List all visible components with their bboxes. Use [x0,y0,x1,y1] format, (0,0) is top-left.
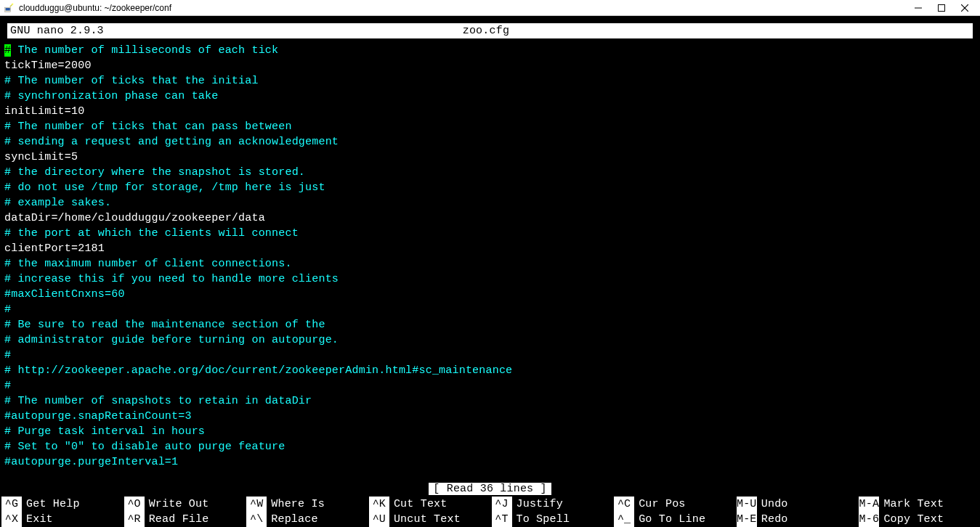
file-line[interactable]: # The number of ticks that can pass betw… [4,119,980,134]
file-line[interactable]: tickTime=2000 [4,58,980,73]
maximize-button[interactable] [936,3,947,13]
status-text: [ Read 36 lines ] [429,483,551,495]
shortcut-key: M-6 [859,512,879,527]
title-text: cloudduggu@ubuntu: ~/zookeeper/conf [19,3,171,13]
file-line[interactable]: # increase this if you need to handle mo… [4,271,980,287]
titlebar: cloudduggu@ubuntu: ~/zookeeper/conf [0,0,980,16]
shortcut-item[interactable]: ^_Go To Line [612,512,735,527]
shortcut-key: ^R [124,512,145,527]
shortcut-label: Get Help [26,497,80,512]
shortcut-item[interactable]: ^KCut Text [368,497,490,512]
close-button[interactable] [960,3,970,13]
shortcut-label: Justify [517,497,563,512]
shortcut-label: Cur Pos [639,497,685,512]
file-line[interactable]: # the port at which the clients will con… [4,226,980,241]
shortcut-key: ^T [492,512,512,527]
shortcut-label: To Spell [517,512,570,527]
file-line[interactable]: initLimit=10 [4,104,980,119]
shortcut-label: Go To Line [639,512,705,527]
shortcut-key: ^O [124,497,145,512]
shortcut-label: Uncut Text [394,512,461,527]
shortcut-column: ^JJustify^TTo Spell [490,497,613,527]
shortcut-key: ^\ [246,512,267,527]
file-line[interactable]: # sending a request and getting an ackno… [4,134,980,150]
nano-footer: [ Read 36 lines ] ^GGet Help^XExit^OWrit… [0,481,980,527]
shortcut-column: ^CCur Pos^_Go To Line [612,497,735,527]
cursor: # [4,44,11,57]
file-line[interactable]: dataDir=/home/cloudduggu/zookeeper/data [4,211,980,226]
nano-app-name: GNU nano 2.9.3 [10,23,104,38]
shortcut-column: ^WWhere Is^\Replace [245,497,368,527]
file-line[interactable]: # [4,348,980,363]
shortcut-key: ^_ [614,512,634,527]
file-line[interactable]: # The number of milliseconds of each tic… [4,43,980,58]
shortcut-column: M-AMark TextM-6Copy Text [857,497,980,527]
file-content[interactable]: # The number of milliseconds of each tic… [0,38,980,470]
shortcut-key: ^W [246,497,267,512]
shortcuts-bar: ^GGet Help^XExit^OWrite Out^RRead File^W… [0,497,980,527]
svg-rect-1 [6,8,10,11]
shortcut-key: ^K [369,497,389,512]
shortcut-label: Mark Text [883,497,944,512]
shortcut-item[interactable]: M-UUndo [735,497,858,512]
file-line[interactable]: # Be sure to read the maintenance sectio… [4,317,980,332]
file-line[interactable]: # The number of snapshots to retain in d… [4,393,980,409]
window-controls [913,3,980,13]
shortcut-item[interactable]: ^JJustify [490,497,613,512]
shortcut-item[interactable]: ^XExit [0,512,123,527]
file-line[interactable]: # the directory where the snapshot is st… [4,165,980,180]
file-line[interactable]: syncLimit=5 [4,150,980,165]
shortcut-key: ^J [492,497,512,512]
shortcut-item[interactable]: ^TTo Spell [490,512,613,527]
file-line[interactable]: # administrator guide before turning on … [4,332,980,348]
file-line[interactable]: # do not use /tmp for storage, /tmp here… [4,180,980,195]
shortcut-key: M-U [737,497,757,512]
file-line[interactable]: #autopurge.snapRetainCount=3 [4,409,980,424]
file-line[interactable]: # the maximum number of client connectio… [4,256,980,271]
shortcut-label: Cut Text [394,497,448,512]
shortcut-column: ^GGet Help^XExit [0,497,123,527]
nano-file-name: zoo.cfg [104,23,868,38]
shortcut-item[interactable]: ^UUncut Text [368,512,490,527]
shortcut-item[interactable]: M-AMark Text [857,497,980,512]
comment-text: The number of milliseconds of each tick [11,44,278,57]
shortcut-label: Read File [149,512,209,527]
shortcut-item[interactable]: ^RRead File [123,512,246,527]
file-line[interactable]: # Set to "0" to disable auto purge featu… [4,439,980,454]
file-line[interactable]: # The number of ticks that the initial [4,73,980,89]
file-line[interactable]: # [4,302,980,317]
file-line[interactable]: # [4,378,980,393]
shortcut-key: M-E [737,512,757,527]
shortcut-key: M-A [859,497,879,512]
shortcut-label: Redo [761,512,788,527]
shortcut-item[interactable]: ^OWrite Out [123,497,246,512]
shortcut-key: ^X [1,512,22,527]
file-line[interactable]: #maxClientCnxns=60 [4,287,980,302]
file-line[interactable]: # example sakes. [4,195,980,211]
shortcut-key: ^C [614,497,634,512]
shortcut-item[interactable]: ^WWhere Is [245,497,368,512]
file-line[interactable]: # http://zookeeper.apache.org/doc/curren… [4,363,980,378]
shortcut-label: Where Is [271,497,325,512]
shortcut-label: Replace [271,512,317,527]
shortcut-item[interactable]: ^CCur Pos [612,497,735,512]
shortcut-item[interactable]: M-6Copy Text [857,512,980,527]
status-line: [ Read 36 lines ] [0,481,980,497]
file-line[interactable]: #autopurge.purgeInterval=1 [4,454,980,470]
shortcut-item[interactable]: ^GGet Help [0,497,123,512]
window: cloudduggu@ubuntu: ~/zookeeper/conf GNU … [0,0,980,527]
putty-icon [3,2,15,14]
shortcut-item[interactable]: M-ERedo [735,512,858,527]
terminal[interactable]: GNU nano 2.9.3 zoo.cfg # The number of m… [0,16,980,527]
minimize-button[interactable] [913,3,923,13]
svg-point-3 [12,3,13,4]
nano-header: GNU nano 2.9.3 zoo.cfg [7,23,973,38]
file-line[interactable]: clientPort=2181 [4,241,980,256]
shortcut-key: ^U [369,512,389,527]
file-line[interactable]: # Purge task interval in hours [4,424,980,439]
shortcut-column: ^OWrite Out^RRead File [123,497,246,527]
file-line[interactable]: # synchronization phase can take [4,89,980,104]
shortcut-item[interactable]: ^\Replace [245,512,368,527]
shortcut-label: Exit [26,512,53,527]
shortcut-column: ^KCut Text^UUncut Text [368,497,490,527]
